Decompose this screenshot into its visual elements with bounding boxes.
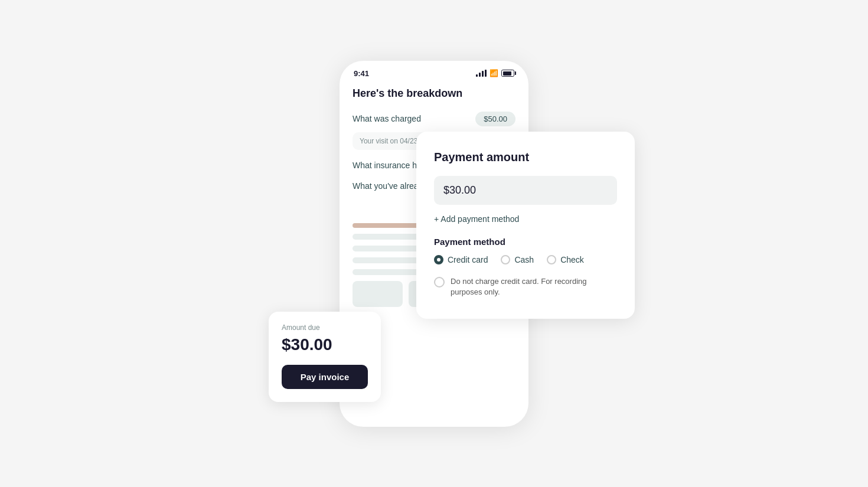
no-charge-checkbox-row[interactable]: Do not charge credit card. For recording…	[434, 276, 617, 298]
scene: 9:41 📶 Here's the breakdown What was cha…	[269, 61, 599, 427]
amount-due-card: Amount due $30.00 Pay invoice	[269, 312, 381, 402]
breakdown-row-charged: What was charged $50.00	[353, 112, 515, 126]
radio-circle-check	[547, 255, 556, 264]
status-icons: 📶	[476, 69, 514, 77]
payment-amount-input[interactable]	[434, 176, 617, 205]
no-charge-checkbox[interactable]	[434, 277, 445, 287]
payment-panel-title: Payment amount	[434, 151, 617, 164]
status-time: 9:41	[354, 69, 369, 78]
no-charge-label: Do not charge credit card. For recording…	[451, 276, 617, 298]
signal-icon	[476, 70, 487, 77]
charged-amount: $50.00	[475, 112, 515, 126]
breakdown-title: Here's the breakdown	[353, 87, 515, 100]
battery-icon	[501, 70, 514, 77]
radio-label-check: Check	[560, 255, 584, 264]
radio-circle-cash	[501, 255, 510, 264]
skeleton-box-1	[353, 281, 403, 307]
radio-label-credit-card: Credit card	[448, 255, 488, 264]
radio-label-cash: Cash	[514, 255, 534, 264]
amount-due-value: $30.00	[282, 335, 368, 354]
radio-check[interactable]: Check	[547, 255, 584, 264]
payment-method-radio-group: Credit card Cash Check	[434, 255, 617, 264]
amount-due-label: Amount due	[282, 323, 368, 332]
status-bar: 9:41 📶	[340, 61, 528, 78]
charged-label: What was charged	[353, 114, 421, 123]
radio-cash[interactable]: Cash	[501, 255, 534, 264]
payment-method-title: Payment method	[434, 237, 617, 247]
payment-panel: Payment amount + Add payment method Paym…	[416, 132, 635, 319]
radio-credit-card[interactable]: Credit card	[434, 255, 488, 264]
radio-circle-credit-card	[434, 255, 443, 264]
pay-invoice-button[interactable]: Pay invoice	[282, 365, 368, 389]
wifi-icon: 📶	[490, 69, 498, 77]
add-payment-method-button[interactable]: + Add payment method	[434, 214, 617, 224]
